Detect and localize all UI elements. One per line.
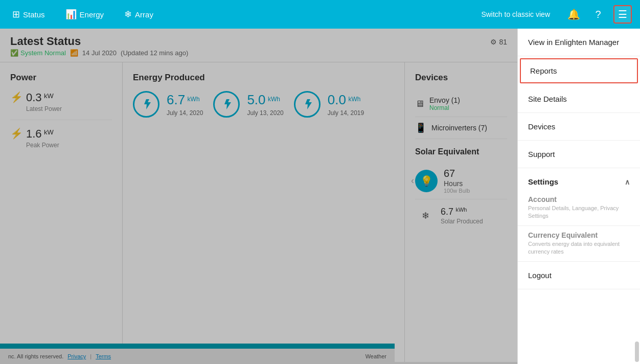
view-enlighten-button[interactable]: View in Enlighten Manager (518, 29, 640, 56)
bar-chart-icon: 📊 (65, 9, 77, 20)
scrollbar[interactable] (635, 342, 639, 362)
nav-status[interactable]: ⊞ Status (8, 6, 49, 23)
nav-status-label: Status (23, 10, 45, 19)
notification-bell-button[interactable]: 🔔 (564, 5, 583, 24)
nav-array[interactable]: ❄ Array (120, 6, 157, 23)
bell-icon: 🔔 (567, 8, 580, 20)
devices-menu-button[interactable]: Devices (518, 113, 640, 141)
site-details-button[interactable]: Site Details (518, 85, 640, 113)
grid-icon: ⊞ (12, 9, 20, 20)
nav-energy[interactable]: 📊 Energy (61, 6, 108, 23)
overlay (0, 29, 517, 364)
switch-classic-button[interactable]: Switch to classic view (481, 10, 550, 18)
support-button[interactable]: Support (518, 141, 640, 168)
account-title: Account (528, 195, 630, 203)
nav-array-label: Array (135, 10, 153, 19)
settings-section[interactable]: Settings ∧ (518, 168, 640, 190)
account-desc: Personal Details, Language, Privacy Sett… (528, 204, 630, 220)
help-button[interactable]: ? (589, 5, 607, 24)
dashboard: Latest Status ✅ System Normal 📶 14 Jul 2… (0, 29, 517, 364)
account-sub[interactable]: Account Personal Details, Language, Priv… (518, 190, 640, 226)
settings-label: Settings (528, 177, 558, 186)
menu-button[interactable]: ☰ (613, 5, 632, 24)
currency-title: Currency Equivalent (528, 231, 630, 239)
sidebar-menu: View in Enlighten Manager Reports Site D… (517, 29, 640, 364)
solar-array-icon: ❄ (124, 9, 132, 20)
main-content: Latest Status ✅ System Normal 📶 14 Jul 2… (0, 29, 640, 364)
nav-energy-label: Energy (80, 10, 104, 19)
reports-button[interactable]: Reports (520, 58, 638, 83)
logout-button[interactable]: Logout (518, 262, 640, 289)
currency-sub[interactable]: Currency Equivalent Converts energy data… (518, 226, 640, 262)
nav-right: Switch to classic view 🔔 ? ☰ (481, 5, 632, 24)
hamburger-icon: ☰ (618, 8, 627, 20)
top-navigation: ⊞ Status 📊 Energy ❄ Array Switch to clas… (0, 0, 640, 29)
question-icon: ? (595, 9, 601, 20)
currency-desc: Converts energy data into equivalent cur… (528, 240, 630, 256)
nav-left: ⊞ Status 📊 Energy ❄ Array (8, 6, 481, 23)
chevron-up-icon: ∧ (625, 178, 630, 186)
